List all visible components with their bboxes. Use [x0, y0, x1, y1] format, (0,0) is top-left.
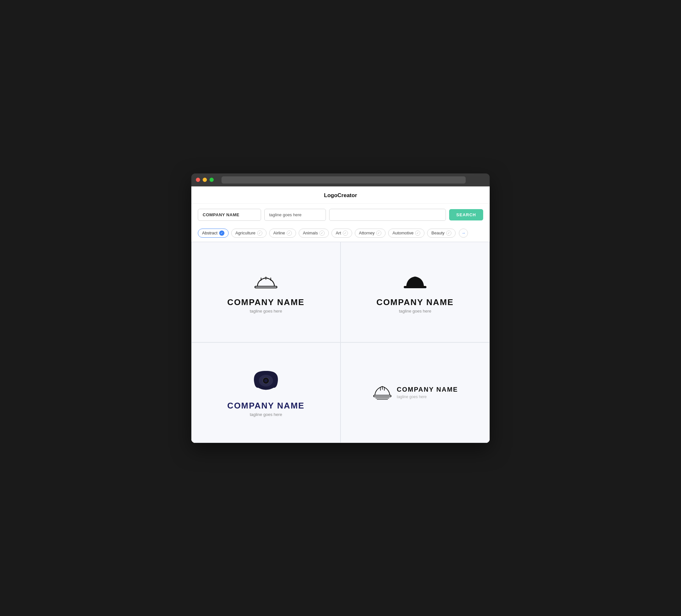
filter-bar: Abstract✓Agriculture✓Airline✓Animals✓Art…: [191, 226, 490, 242]
industry-input[interactable]: [329, 209, 446, 221]
app-header: LogoCreator: [191, 186, 490, 204]
hard-hat-visor-icon: [251, 368, 280, 395]
browser-titlebar: [191, 174, 490, 186]
filter-label: Art: [336, 231, 341, 235]
logo-card-1[interactable]: COMPANY NAME tagline goes here: [191, 242, 340, 342]
logo2-company-name: COMPANY NAME: [377, 297, 454, 307]
filter-tag-automotive[interactable]: Automotive✓: [388, 229, 425, 238]
company-name-input[interactable]: [198, 209, 261, 221]
filter-tag-animals[interactable]: Animals✓: [299, 229, 329, 238]
browser-window: LogoCreator SEARCH Abstract✓Agriculture✓…: [191, 174, 490, 443]
hard-hat-outline-icon: [253, 271, 279, 292]
url-bar[interactable]: [222, 176, 466, 183]
filter-label: Agriculture: [235, 231, 255, 235]
check-icon: ✓: [446, 231, 451, 236]
app-content: LogoCreator SEARCH Abstract✓Agriculture✓…: [191, 186, 490, 443]
filter-label: Beauty: [431, 231, 444, 235]
app-title: LogoCreator: [324, 192, 357, 199]
filter-tag-art[interactable]: Art✓: [331, 229, 352, 238]
check-icon: ✓: [287, 231, 292, 236]
check-icon: ✓: [219, 231, 224, 236]
svg-rect-8: [374, 395, 391, 397]
logo4-text: COMPANY NAME tagline goes here: [397, 386, 458, 399]
filter-label: Automotive: [393, 231, 413, 235]
hard-hat-solid-icon: [402, 271, 428, 292]
logo4-tagline: tagline goes here: [397, 394, 458, 399]
check-icon: ✓: [343, 231, 348, 236]
maximize-button[interactable]: [209, 178, 214, 182]
logo-card-3[interactable]: COMPANY NAME tagline goes here: [191, 342, 340, 443]
filter-label: Animals: [303, 231, 318, 235]
logo-card-4[interactable]: COMPANY NAME tagline goes here: [340, 342, 490, 443]
filter-tag-abstract[interactable]: Abstract✓: [198, 229, 229, 238]
check-icon: ✓: [415, 231, 420, 236]
tagline-input[interactable]: [264, 209, 326, 221]
logo2-tagline: tagline goes here: [399, 309, 431, 313]
logo-card-2[interactable]: COMPANY NAME tagline goes here: [340, 242, 490, 342]
search-bar: SEARCH: [191, 204, 490, 226]
filter-next-button[interactable]: →: [459, 229, 468, 238]
filter-label: Attorney: [359, 231, 375, 235]
check-icon: ✓: [257, 231, 262, 236]
logo1-company-name: COMPANY NAME: [227, 297, 304, 307]
filter-label: Abstract: [202, 231, 218, 235]
close-button[interactable]: [196, 178, 200, 182]
filter-label: Airline: [273, 231, 285, 235]
logo4-helmet-icon: [372, 381, 393, 404]
check-icon: ✓: [376, 231, 381, 236]
minimize-button[interactable]: [203, 178, 207, 182]
logo4-inner: COMPANY NAME tagline goes here: [372, 381, 458, 404]
svg-rect-0: [255, 286, 277, 288]
filter-tag-airline[interactable]: Airline✓: [269, 229, 296, 238]
logo1-tagline: tagline goes here: [250, 309, 282, 313]
filter-tag-agriculture[interactable]: Agriculture✓: [231, 229, 267, 238]
check-icon: ✓: [320, 231, 325, 236]
logo3-tagline: tagline goes here: [250, 412, 282, 417]
search-button[interactable]: SEARCH: [449, 209, 483, 221]
logo3-company-name: COMPANY NAME: [227, 401, 304, 411]
svg-point-7: [264, 379, 268, 382]
svg-rect-4: [404, 286, 426, 288]
filter-tag-beauty[interactable]: Beauty✓: [427, 229, 455, 238]
filter-tag-attorney[interactable]: Attorney✓: [355, 229, 385, 238]
logo4-company-name: COMPANY NAME: [397, 386, 458, 393]
logo-grid: COMPANY NAME tagline goes here COMPANY N…: [191, 242, 490, 443]
